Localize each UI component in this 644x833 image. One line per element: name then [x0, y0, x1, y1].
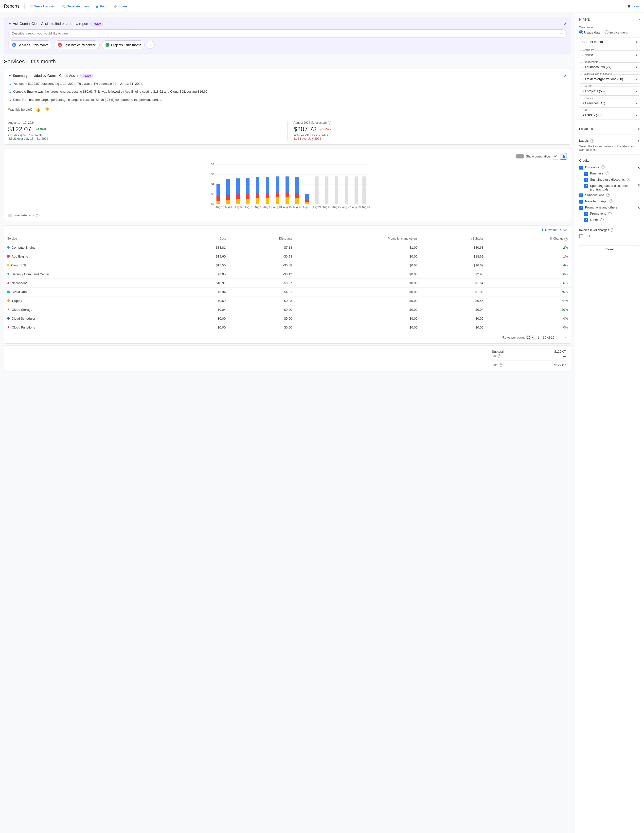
spending-based-checkbox[interactable]: Spending based discounts (contractual) ?: [584, 184, 640, 191]
carousel-next-button[interactable]: ›: [147, 41, 155, 49]
discounts-checkbox[interactable]: Discounts ?: [579, 166, 605, 170]
summary-preview-badge: Preview: [80, 74, 93, 78]
forecasted-help-icon[interactable]: ?: [36, 214, 39, 217]
subscriptions-checkbox[interactable]: Subscriptions ?: [579, 193, 640, 198]
cost-cell: $0.04: [173, 305, 229, 314]
reseller-margin-help-icon[interactable]: ?: [610, 199, 613, 203]
prev-page-button[interactable]: ‹: [557, 334, 560, 341]
promotions-checkbox[interactable]: Promotions ?: [584, 212, 640, 216]
see-all-reports-button[interactable]: ☰ See all reports: [27, 3, 57, 10]
x-label-aug23: Aug 23: [322, 206, 331, 209]
labels-help-icon[interactable]: ?: [591, 139, 594, 143]
services-select[interactable]: All services (47): [579, 98, 640, 108]
subtotal-cell: $1.02: [420, 287, 486, 296]
services-wrapper: Services All services (47) ▾: [579, 98, 640, 108]
subtotal-cell: $16.62: [420, 261, 486, 270]
projects-select[interactable]: All projects (55): [579, 87, 640, 96]
gemini-input-row: ✏: [8, 29, 567, 37]
subaccounts-label: Subaccounts: [581, 60, 599, 63]
other-checkbox[interactable]: Other ?: [584, 218, 640, 222]
toggle-switch[interactable]: [515, 154, 525, 158]
folders-select[interactable]: All folders/organizations (28): [579, 74, 640, 84]
change-cell: ↓4%: [489, 264, 568, 267]
group-by-label: Group by: [581, 48, 595, 51]
discounts-help-icon[interactable]: ?: [601, 166, 605, 169]
credits-header[interactable]: Credits: [579, 158, 640, 163]
cost-cell: $19.60: [173, 252, 229, 261]
total-help-icon[interactable]: ?: [499, 363, 502, 367]
bar-chart-button[interactable]: [560, 153, 567, 160]
subaccounts-select[interactable]: All subaccounts (27): [579, 62, 640, 71]
gemini-input[interactable]: [12, 32, 560, 35]
reseller-margin-checkbox[interactable]: Reseller margin ?: [579, 199, 640, 204]
table-card: ⬇ Download CSV Service Cost Discounts Pr…: [4, 225, 571, 344]
graduation-icon: 🎓: [627, 5, 631, 8]
sustained-help-icon[interactable]: ?: [627, 178, 630, 181]
time-range-label: Time range: [579, 26, 640, 29]
invoice-charges-help-icon[interactable]: ?: [610, 228, 613, 232]
svg-rect-25: [246, 199, 250, 204]
thumbs-up-button[interactable]: 👍: [34, 106, 42, 113]
radio-invoice-month[interactable]: Invoice month: [605, 30, 630, 34]
learn-button[interactable]: 🎓 Learn: [627, 5, 640, 8]
preview-badge: Preview: [90, 22, 103, 26]
gemini-collapse-button[interactable]: ∧: [564, 21, 567, 26]
cost-cell: $10.91: [173, 278, 229, 287]
subtotal-row: Subtotal $122.07: [492, 350, 566, 354]
reset-button[interactable]: Reset: [579, 245, 640, 253]
group-by-select[interactable]: Service Project: [579, 50, 640, 60]
change-help-icon[interactable]: ?: [564, 237, 568, 241]
free-tiers-help-icon[interactable]: ?: [605, 172, 609, 175]
locations-header[interactable]: Locations ∨: [579, 126, 640, 132]
svg-text:G: G: [13, 43, 15, 46]
current-month-select[interactable]: Current month Last month Last 3 months: [579, 37, 640, 46]
change-cell: ↓6%: [489, 281, 568, 285]
line-chart-button[interactable]: [552, 153, 559, 160]
radio-usage-date[interactable]: Usage date: [579, 30, 601, 34]
thumbs-down-button[interactable]: 👎: [43, 106, 50, 113]
cost-forecast-detail: $1.54 over July 2024: [294, 137, 567, 140]
subtotal-cell: $0.00: [420, 314, 486, 323]
tax-help-icon[interactable]: ?: [497, 354, 501, 358]
promotions-help-icon[interactable]: ?: [608, 212, 612, 215]
promotions-collapse[interactable]: ∧: [638, 206, 640, 209]
rows-per-page-select[interactable]: 10 25 50: [526, 335, 535, 339]
sustained-use-checkbox[interactable]: Sustained use discounts ?: [584, 178, 640, 182]
discounts-cell: -$9.27: [229, 278, 295, 287]
promotions-others-checkbox[interactable]: Promotions and others: [579, 206, 617, 210]
quick-report-services[interactable]: G Services – this month: [8, 40, 52, 49]
page-title: Services – this month: [4, 58, 571, 65]
quick-report-projects[interactable]: G Projects – this month: [101, 40, 145, 49]
gemini-title: ✦ Ask Gemini Cloud Assist to find or cre…: [8, 21, 103, 26]
y-label-2: $2: [211, 193, 214, 195]
other-help-icon[interactable]: ?: [600, 218, 604, 221]
show-cumulative-toggle[interactable]: Show cumulative: [515, 154, 550, 158]
labels-header[interactable]: Labels ? ∨: [579, 138, 640, 144]
promotions-cell: $0.00: [295, 296, 420, 305]
next-page-button[interactable]: ›: [564, 334, 567, 341]
cost-current-change: ↓ -4.09%: [34, 127, 47, 131]
download-csv-button[interactable]: ⬇ Download CSV: [541, 228, 567, 232]
tax-checkbox[interactable]: Tax: [579, 234, 640, 238]
table-header: Service Cost Discounts Promotions and ot…: [4, 234, 571, 243]
collapse-icon[interactable]: ›: [639, 17, 640, 22]
quick-report-last-invoice[interactable]: G Last invoice by service: [54, 40, 100, 49]
summary-collapse-button[interactable]: ∧: [564, 73, 567, 78]
print-button[interactable]: 🖨 Print: [93, 3, 109, 10]
change-pct-cell: ↓20%: [486, 305, 571, 314]
generate-query-button[interactable]: 🔍 Generate query: [59, 3, 91, 10]
cost-forecast-block: August 2024 (forecasted) ? $207.73 ↑ 0.7…: [288, 121, 567, 140]
discounts-collapse[interactable]: ∧: [638, 166, 640, 169]
share-button[interactable]: 🔗 Share: [111, 3, 129, 10]
arrow-up-icon: ↑: [320, 127, 321, 131]
free-tiers-checkbox[interactable]: Free tiers ?: [584, 172, 640, 176]
locations-chevron-icon: ∨: [638, 127, 640, 130]
svg-rect-37: [285, 198, 289, 204]
forecast-help-icon[interactable]: ?: [328, 121, 331, 124]
invoice-charges-label: Invoice level charges ?: [579, 228, 640, 232]
change-pct-cell: ↓6%: [486, 270, 571, 278]
skus-select[interactable]: All SKUs (408): [579, 111, 640, 120]
subscriptions-help-icon[interactable]: ?: [606, 193, 610, 197]
section-divider-3: [579, 154, 640, 155]
spending-based-help-icon[interactable]: ?: [637, 184, 640, 187]
